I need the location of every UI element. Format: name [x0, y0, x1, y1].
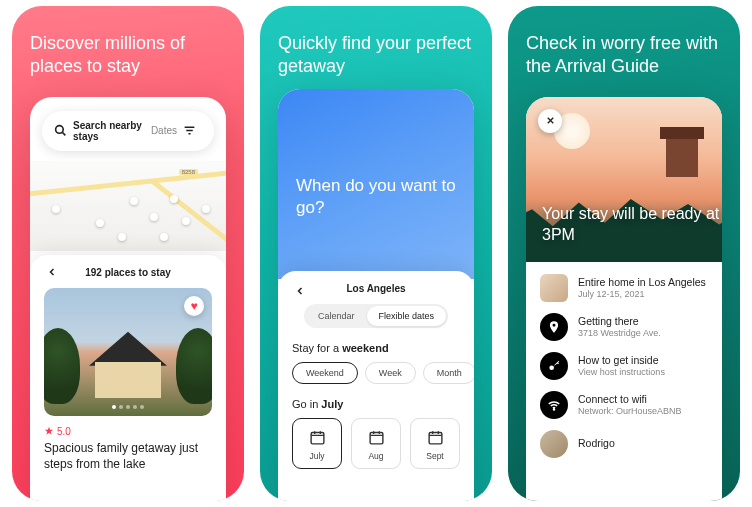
guide-item-getting-there[interactable]: Getting there3718 Westridge Ave.: [540, 313, 708, 341]
guide-item-listing[interactable]: Entire home in Los AngelesJuly 12-15, 20…: [540, 274, 708, 302]
calendar-icon: [427, 429, 444, 446]
wifi-icon: [540, 391, 568, 419]
guide-item-host[interactable]: Rodrigo: [540, 430, 708, 458]
svg-point-0: [56, 126, 64, 134]
chevron-left-icon: [294, 285, 306, 297]
tab-flexible[interactable]: Flexible dates: [367, 306, 447, 326]
host-avatar: [540, 430, 568, 458]
photo-indicator: [112, 405, 144, 409]
hero-when: When do you want to go?: [278, 89, 474, 279]
date-sheet: Los Angeles Calendar Flexible dates Stay…: [278, 271, 474, 501]
calendar-icon: [309, 429, 326, 446]
results-count: 192 places to stay: [85, 267, 171, 278]
road-number: 8258: [179, 169, 198, 175]
map-view[interactable]: 8258: [30, 161, 226, 251]
arrival-guide-list: Entire home in Los AngelesJuly 12-15, 20…: [526, 262, 722, 458]
svg-rect-1: [311, 432, 324, 443]
close-button[interactable]: [538, 109, 562, 133]
tab-calendar[interactable]: Calendar: [306, 306, 367, 326]
guide-item-wifi[interactable]: Connect to wifiNetwork: OurHouseABNB: [540, 391, 708, 419]
headline-discover: Discover millions of places to stay: [30, 32, 226, 79]
listing-title: Spacious family getaway just steps from …: [44, 440, 212, 472]
search-icon: [54, 124, 67, 137]
arrival-message: Your stay will be ready at 3PM: [542, 204, 722, 246]
headline-arrival: Check in worry free with the Arrival Gui…: [526, 32, 722, 79]
pin-icon: [540, 313, 568, 341]
svg-point-4: [549, 365, 554, 370]
favorite-button[interactable]: ♥: [184, 296, 204, 316]
results-sheet: 192 places to stay ♥ 5.0 Spacious family…: [30, 255, 226, 501]
filter-icon[interactable]: [183, 124, 196, 137]
chip-week[interactable]: Week: [365, 362, 416, 384]
svg-point-5: [553, 409, 554, 410]
go-label: Go in July: [292, 398, 460, 410]
close-icon: [545, 115, 556, 126]
back-button[interactable]: [44, 264, 60, 280]
phone-screen-2: When do you want to go? Los Angeles Cale…: [278, 89, 474, 501]
search-text: Search nearby stays: [73, 120, 151, 142]
stay-label: Stay for a weekend: [292, 342, 460, 354]
back-button[interactable]: [292, 283, 308, 299]
search-bar[interactable]: Search nearby stays Dates: [42, 111, 214, 151]
listing-photo[interactable]: ♥: [44, 288, 212, 416]
svg-rect-3: [429, 432, 442, 443]
star-icon: [44, 426, 54, 436]
chip-weekend[interactable]: Weekend: [292, 362, 358, 384]
date-mode-toggle[interactable]: Calendar Flexible dates: [304, 304, 448, 328]
listing-rating: 5.0: [44, 426, 212, 437]
calendar-icon: [368, 429, 385, 446]
guide-item-get-inside[interactable]: How to get insideView host instructions: [540, 352, 708, 380]
chevron-left-icon: [46, 266, 58, 278]
screenshot-arrival: Check in worry free with the Arrival Gui…: [508, 6, 740, 501]
month-sept[interactable]: Sept: [410, 418, 460, 469]
hero-question: When do you want to go?: [296, 175, 456, 219]
screenshot-getaway: Quickly find your perfect getaway When d…: [260, 6, 492, 501]
chip-month[interactable]: Month: [423, 362, 474, 384]
listing-thumbnail: [540, 274, 568, 302]
month-july[interactable]: July: [292, 418, 342, 469]
svg-rect-2: [370, 432, 383, 443]
headline-getaway: Quickly find your perfect getaway: [278, 32, 474, 79]
arrival-hero: Your stay will be ready at 3PM: [526, 97, 722, 262]
dates-label: Dates: [151, 125, 177, 136]
month-picker: July Aug Sept: [292, 418, 460, 469]
screenshot-discover: Discover millions of places to stay Sear…: [12, 6, 244, 501]
month-aug[interactable]: Aug: [351, 418, 401, 469]
location-title: Los Angeles: [346, 283, 405, 294]
duration-chips: Weekend Week Month: [292, 362, 460, 384]
phone-screen-1: Search nearby stays Dates 8258 192 place…: [30, 97, 226, 501]
key-icon: [540, 352, 568, 380]
phone-screen-3: Your stay will be ready at 3PM Entire ho…: [526, 97, 722, 501]
